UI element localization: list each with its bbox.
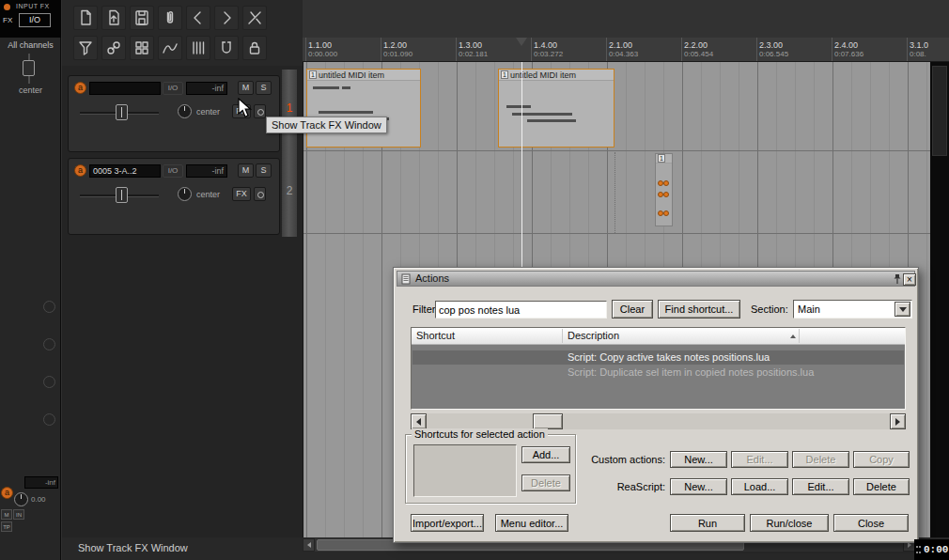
mute-button[interactable]: M — [238, 163, 254, 178]
midi-item-1[interactable]: 1 untitled MIDI item — [306, 69, 421, 148]
action-list[interactable]: Shortcut Description Script: Copy active… — [411, 327, 906, 410]
record-arm-button[interactable]: a — [74, 82, 86, 94]
track-name-input[interactable]: 0005 3-A..2 — [89, 164, 161, 178]
master-tp-button[interactable]: TP — [1, 521, 12, 532]
item-title-bar[interactable]: 1 — [656, 154, 672, 163]
transport-time-box[interactable]: 0:00 — [914, 539, 949, 560]
item-title-bar[interactable]: 1 untitled MIDI item — [499, 70, 614, 81]
master-fader-track[interactable] — [28, 54, 30, 84]
scroll-left-button[interactable] — [411, 413, 427, 429]
track-divider-strip[interactable]: 1 2 — [282, 70, 297, 237]
route-button[interactable]: I/O — [163, 82, 183, 95]
delete-shortcut-button[interactable]: Delete — [521, 474, 570, 491]
pan-knob[interactable] — [178, 104, 192, 118]
envelopes-button[interactable] — [158, 36, 182, 60]
add-shortcut-button[interactable]: Add... — [521, 446, 570, 463]
save-project-button[interactable] — [130, 6, 154, 30]
send-knob[interactable] — [43, 301, 55, 313]
timeline-ruler[interactable]: 1.1.000:00.000 1.2.000:01.090 1.3.000:02… — [303, 38, 949, 62]
menu-editor-button[interactable]: Menu editor... — [495, 514, 568, 532]
midi-item-2[interactable]: 1 untitled MIDI item — [498, 69, 615, 148]
redo-button[interactable] — [214, 6, 239, 30]
list-hscrollbar[interactable] — [411, 413, 906, 429]
custom-new-button[interactable]: New... — [670, 451, 727, 468]
fx-bypass-button[interactable] — [254, 104, 266, 118]
action-row[interactable]: Script: Duplicate sel item in copied not… — [412, 366, 904, 380]
pooled-midi-item[interactable]: 1 — [655, 153, 673, 226]
volume-slider-handle[interactable] — [116, 187, 128, 203]
section-dropdown[interactable]: Main — [793, 300, 912, 319]
action-list-button[interactable] — [242, 6, 267, 30]
track-panel-2[interactable]: a 0005 3-A..2 I/O -inf M S center FX — [68, 158, 280, 235]
lock-button[interactable] — [242, 36, 267, 60]
vertical-scroll-thumb[interactable] — [932, 66, 947, 156]
volume-readout[interactable]: -inf — [186, 82, 227, 95]
run-button[interactable]: Run — [670, 514, 745, 532]
project-settings-button[interactable] — [158, 6, 182, 30]
send-knob[interactable] — [43, 338, 55, 350]
master-io-button[interactable]: I/O — [19, 13, 51, 27]
dropdown-button[interactable] — [895, 302, 910, 317]
find-shortcut-button[interactable]: Find shortcut... — [658, 300, 740, 319]
reascript-load-button[interactable]: Load... — [731, 478, 788, 495]
ruler-tick: 2.2.000:05.454 — [684, 40, 713, 59]
reascript-edit-button[interactable]: Edit... — [792, 478, 849, 495]
column-divider[interactable] — [799, 329, 800, 343]
solo-button[interactable]: S — [256, 163, 272, 178]
ruler-tick: 1.3.000:02.181 — [459, 40, 488, 59]
hscroll-left-button[interactable] — [303, 538, 315, 552]
fx-button[interactable]: FX — [232, 187, 251, 201]
custom-delete-button[interactable]: Delete — [792, 451, 849, 468]
track-name-input[interactable] — [89, 82, 161, 95]
volume-slider-handle[interactable] — [116, 104, 128, 120]
item-title-bar[interactable]: 1 untitled MIDI item — [307, 70, 420, 81]
volume-readout[interactable]: -inf — [186, 164, 227, 178]
master-record-arm-button[interactable]: a — [1, 487, 13, 499]
pan-knob[interactable] — [178, 187, 192, 201]
master-mute-button[interactable]: M — [1, 509, 12, 520]
grouping-button[interactable] — [101, 36, 126, 60]
master-fader-handle[interactable] — [23, 60, 35, 76]
open-project-button[interactable] — [101, 6, 126, 30]
undo-button[interactable] — [186, 6, 210, 30]
custom-copy-button[interactable]: Copy — [853, 451, 910, 468]
solo-button[interactable]: S — [256, 81, 272, 95]
send-knob[interactable] — [43, 376, 55, 388]
fx-bypass-button[interactable] — [254, 187, 266, 201]
filter-input[interactable] — [435, 301, 607, 319]
new-project-button[interactable] — [73, 6, 98, 30]
master-pan-knob[interactable] — [14, 492, 28, 506]
mute-button[interactable]: M — [238, 81, 254, 95]
import-export-button[interactable]: Import/export... — [411, 514, 484, 532]
column-header-description[interactable]: Description — [568, 330, 619, 341]
reascript-new-button[interactable]: New... — [670, 478, 727, 495]
shortcut-listbox[interactable] — [413, 444, 517, 497]
action-row-selected[interactable]: Script: Copy active takes notes position… — [412, 350, 904, 365]
master-in-button[interactable]: IN — [13, 509, 24, 520]
column-divider[interactable] — [562, 329, 563, 343]
filter-button[interactable] — [73, 36, 98, 60]
track-number-2[interactable]: 2 — [282, 184, 297, 197]
reascript-delete-button[interactable]: Delete — [853, 478, 910, 495]
track-number-1[interactable]: 1 — [282, 101, 297, 115]
record-arm-button[interactable]: a — [74, 164, 86, 177]
close-dialog-button[interactable]: Close — [833, 514, 909, 532]
actions-dialog[interactable]: Actions × Filter: Clear Find shortcut...… — [393, 267, 919, 543]
all-channels-button[interactable]: All channels — [0, 40, 61, 50]
vertical-scrollbar[interactable] — [930, 62, 949, 537]
scroll-right-button[interactable] — [890, 413, 906, 429]
grid-button[interactable] — [186, 36, 210, 60]
run-close-button[interactable]: Run/close — [750, 514, 829, 532]
send-knob[interactable] — [43, 413, 55, 426]
custom-edit-button[interactable]: Edit... — [731, 451, 788, 468]
clear-button[interactable]: Clear — [612, 300, 653, 319]
snap-button[interactable] — [214, 36, 239, 60]
column-header-shortcut[interactable]: Shortcut — [416, 330, 455, 341]
route-button[interactable]: I/O — [163, 164, 183, 178]
playhead-marker-icon[interactable] — [516, 38, 527, 46]
docker-button[interactable] — [130, 36, 154, 60]
scroll-thumb[interactable] — [533, 413, 563, 429]
close-button[interactable]: × — [903, 273, 916, 286]
pin-button[interactable] — [892, 273, 903, 286]
dialog-titlebar[interactable]: Actions × — [397, 271, 915, 287]
